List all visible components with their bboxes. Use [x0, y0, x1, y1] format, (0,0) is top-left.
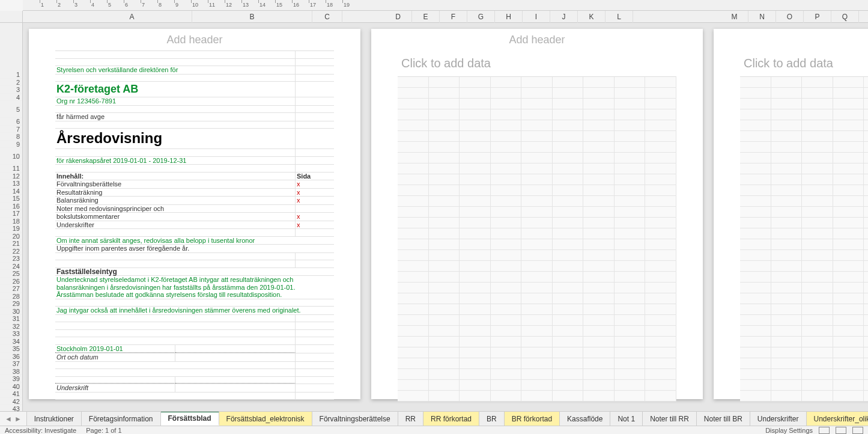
row-header[interactable]: 11 — [0, 165, 22, 173]
sheet-tab[interactable]: BR — [479, 412, 505, 426]
empty-cell[interactable] — [398, 164, 429, 174]
row-header[interactable]: 39 — [0, 375, 22, 383]
empty-cell[interactable] — [398, 239, 429, 250]
empty-cell[interactable] — [583, 347, 615, 358]
empty-cell[interactable] — [583, 196, 615, 207]
empty-cell[interactable] — [553, 293, 584, 304]
empty-cell[interactable] — [645, 326, 676, 337]
empty-cell[interactable] — [429, 315, 460, 326]
empty-cell[interactable] — [521, 109, 553, 120]
empty-cell[interactable] — [491, 283, 522, 293]
empty-cell[interactable] — [771, 77, 803, 88]
empty-cell[interactable] — [553, 326, 584, 337]
sheet-tab[interactable]: Kassaflöde — [560, 412, 610, 426]
row-header[interactable]: 22 — [0, 248, 22, 255]
empty-cell[interactable] — [460, 239, 491, 250]
empty-cell[interactable] — [615, 315, 646, 326]
empty-cell[interactable] — [771, 120, 803, 131]
row-header[interactable]: 16 — [0, 203, 22, 210]
empty-cell[interactable] — [802, 185, 833, 196]
empty-cell[interactable] — [460, 88, 491, 99]
empty-cell[interactable] — [460, 228, 491, 239]
empty-cell[interactable] — [802, 250, 833, 261]
empty-cell[interactable] — [802, 380, 833, 391]
empty-cell[interactable] — [771, 391, 803, 402]
column-header[interactable]: N — [748, 11, 776, 23]
empty-cell[interactable] — [802, 337, 833, 347]
empty-cell[interactable] — [771, 131, 803, 142]
empty-cell[interactable] — [864, 326, 868, 337]
empty-cell[interactable] — [833, 250, 864, 261]
empty-cell[interactable] — [802, 261, 833, 272]
row-header[interactable]: 14 — [0, 188, 22, 195]
row-header[interactable]: 28 — [0, 293, 22, 301]
column-header[interactable]: J — [550, 11, 578, 23]
empty-cell[interactable] — [833, 228, 864, 239]
empty-cell[interactable] — [645, 196, 676, 207]
empty-cell[interactable] — [521, 153, 553, 164]
empty-cell[interactable] — [833, 304, 864, 315]
empty-cell[interactable] — [398, 153, 429, 164]
empty-cell[interactable] — [740, 337, 771, 347]
empty-cell[interactable] — [553, 174, 584, 185]
empty-cell[interactable] — [833, 391, 864, 402]
empty-cell[interactable] — [740, 283, 771, 293]
empty-cell[interactable] — [460, 358, 491, 369]
empty-cell[interactable] — [398, 358, 429, 369]
empty-cell[interactable] — [460, 99, 491, 109]
empty-cell[interactable] — [802, 326, 833, 337]
empty-cell[interactable] — [553, 196, 584, 207]
empty-cell[interactable] — [645, 174, 676, 185]
empty-cell[interactable] — [771, 164, 803, 174]
sheet-tab[interactable]: BR förkortad — [505, 412, 560, 426]
empty-cell[interactable] — [521, 77, 553, 88]
empty-cell[interactable] — [771, 109, 803, 120]
empty-cell[interactable] — [460, 337, 491, 347]
column-header[interactable]: I — [523, 11, 550, 23]
empty-cell[interactable] — [429, 131, 460, 142]
empty-cell[interactable] — [583, 250, 615, 261]
empty-cell[interactable] — [398, 283, 429, 293]
empty-cell[interactable] — [583, 261, 615, 272]
empty-cell[interactable] — [398, 391, 429, 402]
empty-cell[interactable] — [833, 99, 864, 109]
empty-cell[interactable] — [740, 109, 771, 120]
row-header[interactable]: 6 — [0, 118, 22, 126]
empty-cell[interactable] — [460, 120, 491, 131]
empty-cell[interactable] — [864, 272, 868, 283]
empty-cell[interactable] — [864, 347, 868, 358]
empty-cell[interactable] — [833, 153, 864, 164]
empty-cell[interactable] — [645, 315, 676, 326]
empty-cell[interactable] — [398, 326, 429, 337]
empty-cell[interactable] — [802, 315, 833, 326]
empty-cell[interactable] — [740, 391, 771, 402]
empty-cell[interactable] — [645, 293, 676, 304]
empty-cell[interactable] — [460, 250, 491, 261]
empty-cell[interactable] — [553, 261, 584, 272]
row-header[interactable]: 17 — [0, 210, 22, 218]
empty-cell[interactable] — [553, 142, 584, 153]
empty-cell[interactable] — [740, 304, 771, 315]
empty-cell[interactable] — [583, 131, 615, 142]
empty-cell[interactable] — [645, 380, 676, 391]
empty-cell[interactable] — [802, 369, 833, 380]
empty-cell[interactable] — [521, 120, 553, 131]
empty-cell[interactable] — [491, 120, 522, 131]
empty-cell[interactable] — [521, 261, 553, 272]
empty-cell[interactable] — [583, 120, 615, 131]
sheet-tab[interactable]: Noter till BR — [697, 412, 750, 426]
row-header[interactable]: 34 — [0, 338, 22, 346]
empty-cell[interactable] — [491, 272, 522, 283]
empty-cell[interactable] — [583, 228, 615, 239]
empty-cell[interactable] — [615, 272, 646, 283]
empty-cell[interactable] — [740, 358, 771, 369]
empty-cell[interactable] — [645, 109, 676, 120]
view-normal-icon[interactable] — [819, 427, 830, 434]
empty-cell[interactable] — [802, 391, 833, 402]
empty-cell[interactable] — [740, 261, 771, 272]
empty-cell[interactable] — [398, 88, 429, 99]
empty-cell[interactable] — [553, 228, 584, 239]
empty-cell[interactable] — [460, 142, 491, 153]
empty-cell[interactable] — [864, 196, 868, 207]
empty-cell[interactable] — [802, 109, 833, 120]
